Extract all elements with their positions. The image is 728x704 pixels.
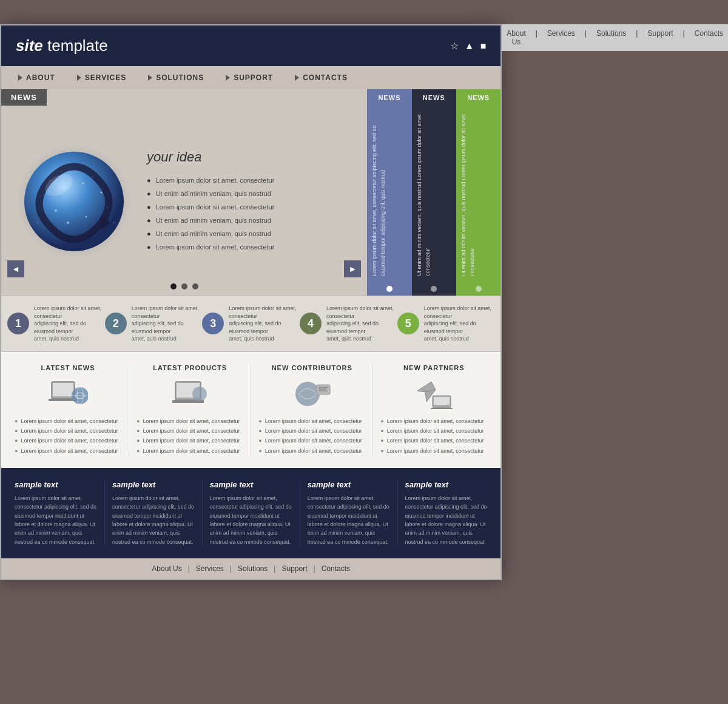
content-col-2: NEW CONTRIBUTORS Lorem ipsum dolor sit a… <box>251 364 373 456</box>
footer-col-title: sample text <box>308 480 390 489</box>
footer-col-title: sample text <box>15 480 97 489</box>
page-footer-sep: | <box>585 29 587 46</box>
page-footer-link-about-us[interactable]: About Us <box>507 29 525 46</box>
content-col-title: LATEST PRODUCTS <box>136 364 243 371</box>
hero-list-item: Ut enim ad minim veniam, quis nostrud <box>147 227 355 240</box>
news-col-header: NEWS <box>456 89 500 106</box>
globe-container <box>13 138 135 259</box>
svg-rect-36 <box>431 408 453 409</box>
step-text-1: Lorem ipsum dolor sit amet, consectetura… <box>34 305 105 343</box>
nav-label-about: ABOUT <box>26 73 55 82</box>
alert-icon[interactable]: ▲ <box>465 41 474 52</box>
content-list: Lorem ipsum dolor sit amet, consecteturL… <box>258 416 365 456</box>
step-item-1[interactable]: 1 Lorem ipsum dolor sit amet, consectetu… <box>7 305 105 343</box>
hero-list-item: Lorem ipsum dolor sit amet, consectetur <box>147 200 355 214</box>
nav-item-contacts[interactable]: CONTACTS <box>284 66 359 89</box>
content-list: Lorem ipsum dolor sit amet, consecteturL… <box>136 416 243 456</box>
nav-arrow-solutions <box>148 75 152 81</box>
content-list-item: Lorem ipsum dolor sit amet, consectetur <box>380 446 487 456</box>
hero-nav-right[interactable]: ► <box>344 260 361 277</box>
hero-list: Lorem ipsum dolor sit amet, consecteturU… <box>147 174 355 254</box>
page-footer-sep: | <box>683 29 685 46</box>
content-list-item: Lorem ipsum dolor sit amet, consectetur <box>136 416 243 426</box>
footer-link-solutions[interactable]: Solutions <box>238 564 268 573</box>
nav-item-solutions[interactable]: SOLUTIONS <box>137 66 215 89</box>
step-item-2[interactable]: 2 Lorem ipsum dolor sit amet, consectetu… <box>105 305 203 343</box>
step-text-4: Lorem ipsum dolor sit amet, consectetura… <box>326 305 397 343</box>
svg-point-10 <box>67 222 69 224</box>
site-header: site template ☆ ▲ ■ <box>1 25 500 66</box>
hero-dot[interactable] <box>170 283 177 289</box>
content-list-item: Lorem ipsum dolor sit amet, consectetur <box>258 446 365 456</box>
hero-section: NEWS <box>1 89 500 296</box>
news-col-dot[interactable] <box>476 286 482 292</box>
footer-sep: | <box>188 564 190 573</box>
nav-label-contacts: CONTACTS <box>303 73 348 82</box>
page-footer-link-support[interactable]: Support <box>647 29 673 46</box>
hero-list-item: Lorem ipsum dolor sit amet, consectetur <box>147 240 355 254</box>
steps-bar: 1 Lorem ipsum dolor sit amet, consectetu… <box>1 296 500 352</box>
content-col-title: NEW CONTRIBUTORS <box>258 364 365 371</box>
page-footer-sep: | <box>636 29 638 46</box>
footer-link-contacts[interactable]: Contacts <box>322 564 350 573</box>
app-icon[interactable]: ■ <box>480 41 487 52</box>
news-col-2: NEWS Ut enim ad minim veniam, quis nostr… <box>456 89 500 296</box>
hero-list-item: Lorem ipsum dolor sit amet, consectetur <box>147 174 355 187</box>
news-col-dot[interactable] <box>386 286 393 292</box>
content-list-item: Lorem ipsum dolor sit amet, consectetur <box>380 426 487 436</box>
header-icons: ☆ ▲ ■ <box>450 40 487 52</box>
footer-link-support[interactable]: Support <box>281 564 307 573</box>
star-icon[interactable]: ☆ <box>450 40 459 52</box>
footer-col-4: sample text Lorem ipsum dolor sit amet, … <box>398 480 495 546</box>
page-footer-link-services[interactable]: Services <box>547 29 575 46</box>
nav-item-about[interactable]: ABOUT <box>7 66 66 89</box>
content-col-title: NEW PARTNERS <box>380 364 487 371</box>
step-circle-1: 1 <box>7 313 29 334</box>
svg-rect-28 <box>317 385 330 394</box>
news-col-body: Ut enim ad minim veniam, quis nostrud Lo… <box>412 106 456 282</box>
hero-dots <box>170 283 198 289</box>
page-footer-sep: | <box>536 29 538 46</box>
hero-title: your idea <box>147 149 355 165</box>
hero-dot[interactable] <box>181 283 187 289</box>
content-list-item: Lorem ipsum dolor sit amet, consectetur <box>258 426 365 436</box>
content-list-item: Lorem ipsum dolor sit amet, consectetur <box>136 436 243 445</box>
svg-point-9 <box>83 183 84 184</box>
content-col-1: LATEST PRODUCTS Lorem ipsum dolor sit am… <box>129 364 251 456</box>
step-text-5: Lorem ipsum dolor sit amet, consectetura… <box>424 305 495 343</box>
content-section: LATEST NEWS Lorem ipsum dolor sit amet, … <box>1 352 500 468</box>
content-list-item: Lorem ipsum dolor sit amet, consectetur <box>258 436 365 445</box>
footer-col-title: sample text <box>112 480 195 489</box>
footer-link-services[interactable]: Services <box>196 564 224 573</box>
svg-point-7 <box>55 209 57 212</box>
content-icon <box>258 379 365 409</box>
hero-nav-left[interactable]: ◄ <box>7 260 24 277</box>
svg-point-14 <box>113 222 114 223</box>
content-list-item: Lorem ipsum dolor sit amet, consectetur <box>15 416 121 426</box>
logo-bold: site <box>16 36 43 55</box>
step-item-5[interactable]: 5 Lorem ipsum dolor sit amet, consectetu… <box>397 305 495 343</box>
svg-point-26 <box>192 387 207 401</box>
step-item-4[interactable]: 4 Lorem ipsum dolor sit amet, consectetu… <box>300 305 397 343</box>
nav-arrow-support <box>226 75 230 81</box>
footer-col-3: sample text Lorem ipsum dolor sit amet, … <box>300 480 398 546</box>
nav-item-services[interactable]: SERVICES <box>66 66 137 89</box>
content-list-item: Lorem ipsum dolor sit amet, consectetur <box>136 426 243 436</box>
news-col-body: Ut enim ad minim veniam, quis nostrud Lo… <box>456 106 500 282</box>
svg-rect-35 <box>434 397 450 405</box>
footer-col-text: Lorem ipsum dolor sit amet, consectetur … <box>210 494 292 546</box>
page-footer-link-contacts[interactable]: Contacts <box>695 29 723 46</box>
footer-col-0: sample text Lorem ipsum dolor sit amet, … <box>7 480 105 546</box>
step-item-3[interactable]: 3 Lorem ipsum dolor sit amet, consectetu… <box>202 305 300 343</box>
content-icon <box>136 379 243 409</box>
hero-dot[interactable] <box>192 283 198 289</box>
page-footer-link-solutions[interactable]: Solutions <box>596 29 626 46</box>
news-col-dot[interactable] <box>431 286 437 292</box>
content-icon <box>380 379 487 409</box>
footer-link-about-us[interactable]: About Us <box>152 564 181 573</box>
nav-label-solutions: SOLUTIONS <box>156 73 204 82</box>
nav-item-support[interactable]: SUPPORT <box>215 66 284 89</box>
site-logo: site template <box>16 36 108 55</box>
step-circle-3: 3 <box>202 313 224 334</box>
hero-content: your idea Lorem ipsum dolor sit amet, co… <box>147 131 355 254</box>
